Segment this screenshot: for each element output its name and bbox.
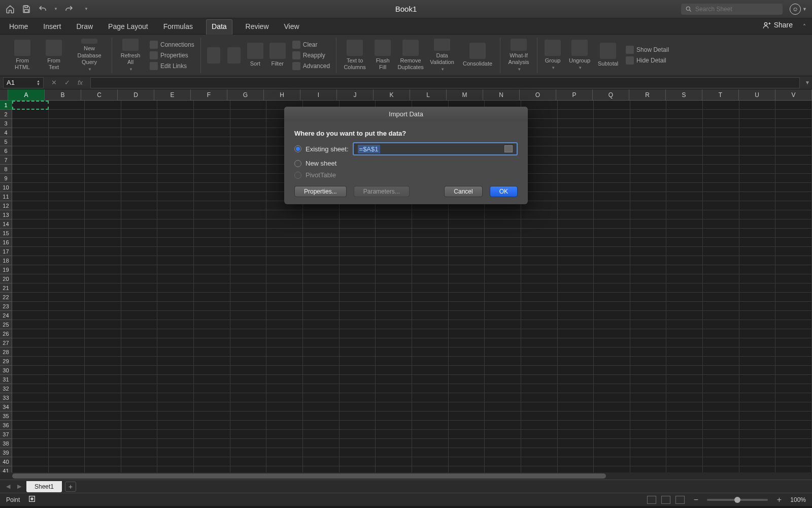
cell[interactable] [775,357,812,366]
cell[interactable] [49,247,85,256]
cell[interactable] [157,174,194,183]
whatif-analysis-button[interactable]: What-If Analysis▼ [504,39,533,72]
cell[interactable] [630,338,667,347]
cell[interactable] [485,402,521,411]
cell[interactable] [521,302,558,311]
cell[interactable] [303,274,340,283]
cell[interactable] [85,421,121,430]
column-header[interactable]: N [483,89,520,100]
cell[interactable] [594,384,630,393]
cell[interactable] [630,137,667,146]
cell[interactable] [230,229,267,238]
cell[interactable] [12,265,49,274]
cell[interactable] [594,448,630,457]
cell[interactable] [594,357,630,366]
cell[interactable] [49,201,85,210]
cell[interactable] [376,366,412,375]
cell[interactable] [775,174,812,183]
cell[interactable] [558,283,594,293]
cell[interactable] [666,210,703,219]
cell[interactable] [157,201,194,210]
cell[interactable] [558,439,594,448]
cell[interactable] [594,457,630,466]
cell[interactable] [157,119,194,128]
cell[interactable] [194,210,230,219]
cell[interactable] [521,320,558,329]
cell[interactable] [739,256,776,265]
cell[interactable] [157,430,194,439]
cell[interactable] [485,210,521,219]
undo-icon[interactable] [38,4,48,14]
row-header[interactable]: 32 [0,384,12,393]
row-header[interactable]: 25 [0,320,12,329]
cell[interactable] [412,320,449,329]
cell[interactable] [230,183,267,192]
cell[interactable] [412,366,449,375]
cell[interactable] [121,165,158,174]
cell[interactable] [485,302,521,311]
cell[interactable] [12,165,49,174]
cell[interactable] [376,329,412,338]
cell[interactable] [49,229,85,238]
cell[interactable] [739,137,776,146]
cell[interactable] [521,229,558,238]
cell[interactable] [121,329,158,338]
cell[interactable] [666,146,703,155]
cell[interactable] [521,256,558,265]
cell[interactable] [194,411,230,421]
cell[interactable] [376,457,412,466]
cell[interactable] [121,256,158,265]
cell[interactable] [558,448,594,457]
cell[interactable] [630,128,667,137]
cell[interactable] [340,210,376,219]
cell[interactable] [412,338,449,347]
undo-dropdown-caret[interactable]: ▼ [54,7,58,11]
cell[interactable] [775,192,812,201]
cell[interactable] [157,320,194,329]
cell[interactable] [230,366,267,375]
cell[interactable] [121,338,158,347]
cell[interactable] [775,411,812,421]
group-button[interactable]: Group▼ [542,39,564,72]
cell[interactable] [49,384,85,393]
cell[interactable] [594,421,630,430]
cell[interactable] [412,219,449,229]
enter-formula-icon[interactable]: ✓ [63,79,71,86]
cell[interactable] [230,448,267,457]
cell[interactable] [558,265,594,274]
cell[interactable] [775,439,812,448]
cell[interactable] [630,375,667,384]
cell[interactable] [449,329,485,338]
cell[interactable] [558,393,594,402]
cell[interactable] [230,155,267,165]
cell[interactable] [775,274,812,283]
cell[interactable] [703,338,739,347]
cell[interactable] [666,384,703,393]
sheet-nav-next[interactable]: ▶ [15,483,23,490]
cell[interactable] [194,201,230,210]
cell[interactable] [49,192,85,201]
cell[interactable] [775,311,812,320]
cell[interactable] [558,366,594,375]
cell[interactable] [594,174,630,183]
row-header[interactable]: 39 [0,448,12,457]
advanced-filter-button[interactable]: Advanced [290,61,332,71]
cell[interactable] [739,128,776,137]
cell[interactable] [12,293,49,302]
cell[interactable] [157,347,194,357]
cell[interactable] [157,311,194,320]
cell[interactable] [739,101,776,110]
cell[interactable] [85,155,121,165]
cell[interactable] [630,366,667,375]
cell[interactable] [666,192,703,201]
cell[interactable] [340,329,376,338]
cell[interactable] [303,384,340,393]
cell[interactable] [594,146,630,155]
cell[interactable] [12,338,49,347]
cell[interactable] [666,119,703,128]
row-header[interactable]: 38 [0,439,12,448]
row-header[interactable]: 31 [0,375,12,384]
cell[interactable] [630,411,667,421]
cell[interactable] [121,155,158,165]
cell[interactable] [558,238,594,247]
